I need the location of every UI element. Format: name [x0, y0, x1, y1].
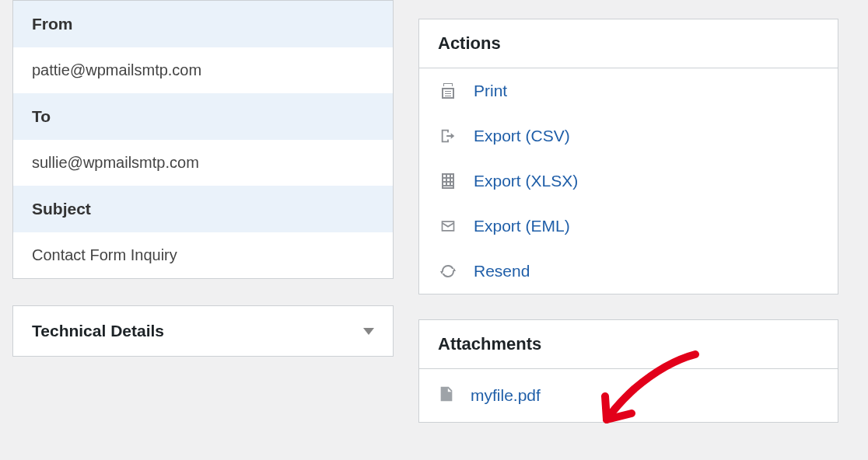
to-value: sullie@wpmailsmtp.com	[13, 140, 393, 186]
from-label: From	[13, 1, 393, 47]
spreadsheet-icon	[438, 171, 458, 191]
refresh-icon	[438, 261, 458, 281]
export-xlsx-action[interactable]: Export (XLSX)	[419, 159, 838, 204]
to-label: To	[13, 93, 393, 140]
attachments-panel: Attachments myfile.pdf	[418, 319, 838, 423]
attachments-header: Attachments	[419, 320, 838, 369]
actions-panel: Actions Print Export (CSV) Export (XLSX)	[418, 19, 838, 294]
print-icon	[438, 81, 458, 101]
print-label: Print	[474, 82, 507, 100]
export-icon	[438, 126, 458, 146]
export-csv-label: Export (CSV)	[474, 127, 570, 145]
technical-details-toggle[interactable]: Technical Details	[12, 305, 394, 357]
envelope-icon	[438, 216, 458, 236]
export-csv-action[interactable]: Export (CSV)	[419, 113, 838, 159]
file-icon	[438, 383, 455, 408]
subject-label: Subject	[13, 186, 393, 232]
chevron-down-icon	[363, 328, 374, 335]
attachment-filename: myfile.pdf	[471, 386, 541, 405]
export-eml-action[interactable]: Export (EML)	[419, 204, 838, 249]
actions-header: Actions	[419, 19, 838, 68]
export-eml-label: Export (EML)	[474, 217, 570, 235]
subject-value: Contact Form Inquiry	[13, 232, 393, 278]
resend-action[interactable]: Resend	[419, 249, 838, 294]
resend-label: Resend	[474, 262, 530, 281]
technical-details-title: Technical Details	[32, 322, 164, 340]
export-xlsx-label: Export (XLSX)	[474, 172, 578, 190]
print-action[interactable]: Print	[419, 68, 838, 113]
from-value: pattie@wpmailsmtp.com	[13, 47, 393, 93]
email-details-panel: From pattie@wpmailsmtp.com To sullie@wpm…	[12, 0, 394, 279]
attachment-item[interactable]: myfile.pdf	[419, 369, 838, 422]
